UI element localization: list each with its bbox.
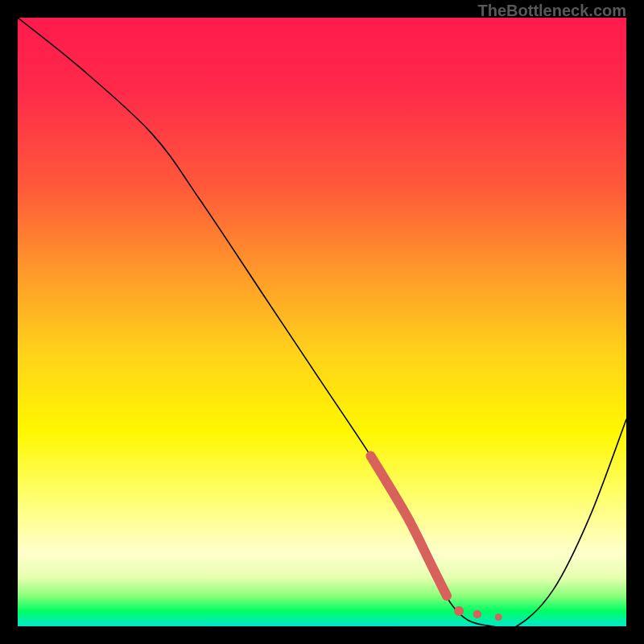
- highlight-dot: [473, 610, 481, 618]
- highlight-dot: [454, 606, 464, 616]
- highlight-segment: [370, 456, 446, 596]
- chart-svg: [18, 18, 626, 626]
- curve-line: [18, 18, 626, 626]
- chart-frame: TheBottleneck.com: [0, 0, 644, 644]
- highlight-dots: [454, 606, 502, 621]
- highlight-dot: [495, 613, 502, 621]
- plot-area: [18, 18, 626, 626]
